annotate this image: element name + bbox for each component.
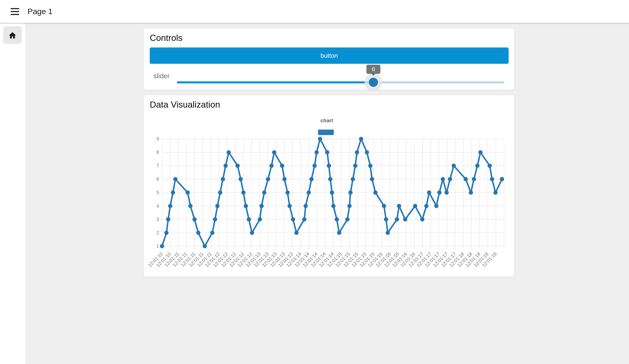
data-point <box>403 217 407 221</box>
data-point <box>309 177 314 181</box>
data-point <box>355 150 359 155</box>
data-point <box>244 204 248 208</box>
data-point <box>247 217 251 221</box>
data-point <box>282 177 287 181</box>
data-point <box>313 164 317 168</box>
slider-value-tooltip: 6 <box>366 65 380 74</box>
data-point <box>370 177 374 181</box>
chart-title: chart <box>320 118 333 123</box>
data-point <box>218 190 222 195</box>
y-axis-label: 4 <box>156 203 159 209</box>
data-point <box>241 190 246 195</box>
data-point <box>384 217 388 221</box>
action-button[interactable]: button <box>150 47 509 64</box>
data-point <box>291 217 295 221</box>
data-point <box>472 177 476 181</box>
slider-label: slider <box>154 72 169 80</box>
data-point <box>427 190 431 195</box>
y-axis-label: 9 <box>156 136 159 142</box>
data-point <box>490 177 494 181</box>
data-point <box>475 164 479 168</box>
data-point <box>160 244 164 248</box>
data-point <box>166 217 170 221</box>
sidebar <box>0 23 25 364</box>
data-point <box>337 231 341 235</box>
data-point <box>188 204 192 208</box>
data-point <box>351 177 355 181</box>
y-axis-label: 8 <box>156 150 159 155</box>
slider-fill <box>177 81 373 83</box>
data-point <box>325 150 329 155</box>
data-point <box>259 204 264 208</box>
data-point <box>500 177 504 181</box>
data-point <box>262 190 266 195</box>
data-point <box>223 164 228 168</box>
data-point <box>359 137 363 141</box>
data-point <box>269 164 274 168</box>
data-point <box>331 204 335 208</box>
data-point <box>345 217 349 221</box>
data-point <box>185 190 190 195</box>
data-point <box>397 204 401 208</box>
y-axis-label: 7 <box>156 163 159 169</box>
slider-handle[interactable] <box>369 78 378 87</box>
data-point <box>330 190 334 195</box>
y-axis-label: 2 <box>156 230 159 236</box>
data-point <box>382 204 386 208</box>
home-icon <box>8 31 17 40</box>
data-point <box>395 217 399 221</box>
main-content: Controls button slider 6 Data Visualizat… <box>25 23 629 364</box>
data-point <box>478 150 482 155</box>
y-axis-label: 3 <box>156 217 159 222</box>
data-point <box>235 164 240 168</box>
controls-card: Controls button slider 6 <box>144 28 514 90</box>
data-point <box>347 204 351 208</box>
data-point <box>469 190 473 195</box>
data-point <box>464 177 468 181</box>
data-point <box>286 190 290 195</box>
data-point <box>420 217 424 221</box>
data-point <box>168 204 172 208</box>
legend-swatch[interactable] <box>318 130 334 135</box>
top-navbar: Page 1 <box>0 0 629 23</box>
data-point <box>210 231 214 235</box>
data-point <box>487 164 492 168</box>
data-point <box>173 177 177 181</box>
data-point <box>215 204 219 208</box>
data-point <box>196 231 200 235</box>
page-title: Page 1 <box>27 7 52 16</box>
data-point <box>213 217 217 221</box>
data-point <box>348 190 353 195</box>
data-point <box>365 150 369 155</box>
data-point <box>452 164 456 168</box>
slider-row: slider 6 <box>144 64 514 88</box>
data-point <box>444 190 449 195</box>
data-point <box>203 244 207 248</box>
data-point <box>386 231 390 235</box>
data-point <box>280 164 284 168</box>
data-point <box>335 217 339 221</box>
data-point <box>307 190 311 195</box>
data-point <box>424 204 429 208</box>
data-point <box>294 231 299 235</box>
controls-card-title: Controls <box>150 33 182 43</box>
data-point <box>437 190 442 195</box>
slider-track[interactable]: 6 <box>177 81 504 83</box>
data-point <box>192 217 197 221</box>
data-point <box>239 177 243 181</box>
data-point <box>353 164 357 168</box>
data-point <box>318 137 322 141</box>
data-point <box>413 204 417 208</box>
data-point <box>227 150 231 155</box>
y-axis-label: 1 <box>156 243 159 249</box>
data-point <box>328 177 332 181</box>
data-visualization-card: Data Visualization chart12:01:1012:01:10… <box>144 95 514 277</box>
data-point <box>373 190 378 195</box>
data-point <box>493 190 498 195</box>
sidebar-item-home[interactable] <box>3 26 22 44</box>
data-point <box>164 231 169 235</box>
data-point <box>434 204 438 208</box>
hamburger-menu-icon[interactable] <box>11 8 19 15</box>
data-point <box>302 217 307 221</box>
y-axis-label: 5 <box>156 190 159 195</box>
